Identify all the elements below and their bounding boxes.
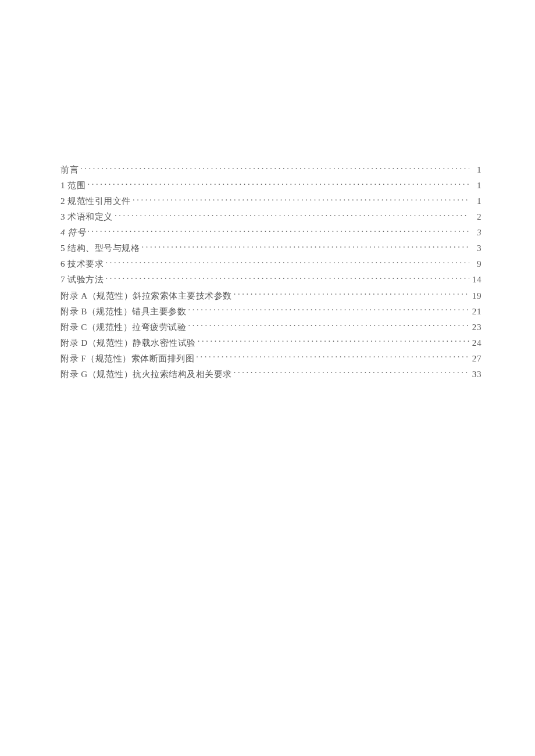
toc-entry-title: 附录 G（规范性）抗火拉索结构及相关要求: [60, 367, 232, 381]
toc-entry-page: 21: [471, 304, 482, 318]
toc-entry-page: 3: [471, 241, 482, 255]
toc-entry-title: 附录 C（规范性）拉弯疲劳试验: [60, 320, 186, 334]
toc-entry-title: 前言: [60, 163, 79, 177]
toc-entry-page: 1: [471, 178, 482, 192]
toc-entry-page: 23: [471, 320, 482, 334]
toc-dot-leader: [188, 321, 469, 329]
toc-entry-page: 19: [471, 289, 482, 303]
toc-row: 附录 A（规范性）斜拉索索体主要技术参数19: [60, 289, 482, 303]
toc-entry-title: 3 术语和定义: [60, 210, 113, 224]
toc-row: 附录 F（规范性）索体断面排列图27: [60, 352, 482, 366]
toc-dot-leader: [105, 274, 469, 282]
toc-entry-title: 5 结构、型号与规格: [60, 241, 140, 255]
table-of-contents: 前言11 范围12 规范性引用文件13 术语和定义24 符号35 结构、型号与规…: [60, 163, 482, 381]
toc-row: 附录 B（规范性）锚具主要参数21: [60, 304, 482, 318]
toc-entry-title: 附录 F（规范性）索体断面排列图: [60, 352, 194, 366]
toc-row: 6 技术要求9: [60, 257, 482, 271]
toc-dot-leader: [188, 305, 469, 314]
toc-entry-title: 7 试验方法: [60, 273, 104, 286]
toc-dot-leader: [87, 180, 469, 188]
toc-row: 附录 C（规范性）拉弯疲劳试验23: [60, 320, 482, 334]
toc-entry-page: 9: [471, 257, 482, 271]
toc-entry-title: 附录 B（规范性）锚具主要参数: [60, 304, 186, 318]
toc-entry-page: 3: [471, 225, 482, 239]
toc-entry-title: 附录 A（规范性）斜拉索索体主要技术参数: [60, 289, 232, 303]
toc-row: 7 试验方法14: [60, 273, 482, 286]
toc-entry-page: 33: [471, 367, 482, 381]
toc-entry-title: 2 规范性引用文件: [60, 194, 131, 208]
toc-dot-leader: [196, 353, 469, 361]
toc-dot-leader: [87, 227, 469, 235]
toc-row: 2 规范性引用文件1: [60, 194, 482, 208]
toc-row: 5 结构、型号与规格3: [60, 241, 482, 255]
toc-dot-leader: [141, 242, 469, 251]
toc-dot-leader: [234, 289, 469, 298]
toc-row: 附录 G（规范性）抗火拉索结构及相关要求33: [60, 367, 482, 381]
toc-entry-title: 附录 D（规范性）静载水密性试验: [60, 336, 196, 350]
toc-row: 4 符号3: [60, 225, 482, 239]
toc-row: 前言1: [60, 163, 482, 177]
toc-dot-leader: [234, 368, 469, 377]
toc-entry-page: 1: [471, 194, 482, 208]
toc-dot-leader: [105, 258, 469, 267]
toc-dot-leader: [115, 211, 469, 220]
toc-dot-leader: [198, 337, 469, 346]
toc-entry-title: 4 符号: [60, 225, 85, 239]
toc-row: 3 术语和定义2: [60, 210, 482, 224]
toc-entry-page: 27: [471, 352, 482, 366]
toc-entry-page: 14: [471, 273, 482, 286]
toc-dot-leader: [133, 195, 469, 204]
toc-row: 1 范围1: [60, 178, 482, 192]
toc-dot-leader: [80, 164, 469, 173]
toc-entry-title: 6 技术要求: [60, 257, 104, 271]
toc-entry-page: 2: [471, 210, 482, 224]
toc-entry-page: 1: [471, 163, 482, 177]
document-page: 前言11 范围12 规范性引用文件13 术语和定义24 符号35 结构、型号与规…: [0, 0, 535, 756]
toc-row: 附录 D（规范性）静载水密性试验24: [60, 336, 482, 350]
toc-entry-title: 1 范围: [60, 178, 85, 192]
toc-entry-page: 24: [471, 336, 482, 350]
